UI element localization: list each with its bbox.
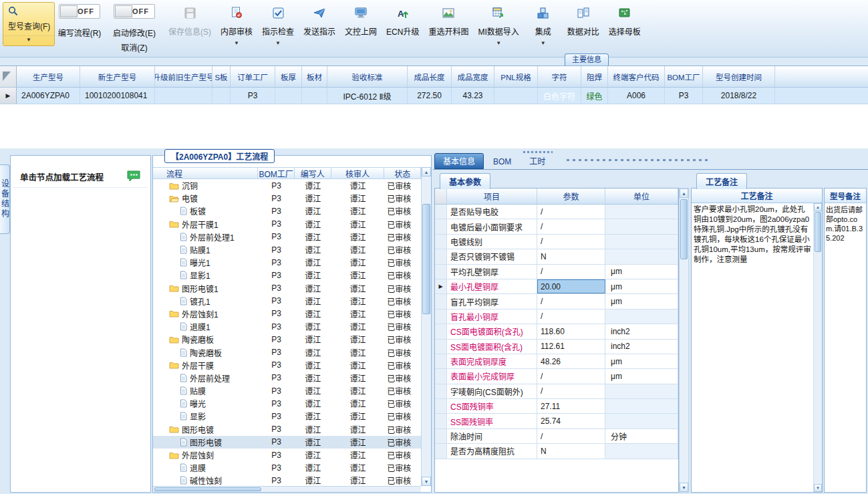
chevron-down-icon[interactable]: ▼ [496,41,501,46]
flow-tree-node[interactable]: 图形电镀1 [153,283,258,294]
param-row-selector[interactable] [435,235,447,249]
flow-column-header[interactable]: 编写人 [295,168,331,178]
grid-cell[interactable]: 绿色 [581,88,608,104]
scroll-up-icon[interactable]: ▲ [422,167,431,176]
grid-cell[interactable]: IPC-6012 Ⅱ级 [327,88,408,104]
tab-work-hours[interactable]: 工时 [521,153,554,169]
flow-tree-row[interactable]: 外层干膜1P3谭江谭江已审核 [153,218,421,231]
toolbar-button-9[interactable]: 集成▼ [524,0,563,46]
grid-cell[interactable] [302,88,327,104]
flow-tree-row[interactable]: 陶瓷磨板P3谭江谭江已审核 [153,333,421,346]
flow-tree-row[interactable]: 电镀P3谭江谭江已审核 [153,192,421,205]
flow-tree-row[interactable]: 外层蚀刻1P3谭江谭江已审核 [153,307,421,320]
flow-tree-node[interactable]: 外层干膜1 [153,219,258,230]
grid-cell[interactable] [212,88,231,104]
scrollbar-thumb[interactable] [422,204,430,314]
param-value-cell[interactable]: 118.60 [537,324,605,338]
param-row[interactable]: 是否为高精度阻抗N [435,444,678,459]
grid-cell[interactable] [494,88,538,104]
flow-tree-row[interactable]: 图形电镀1P3谭江谭江已审核 [153,282,421,295]
toolbar-button-6[interactable]: AECN升级 [382,0,424,37]
param-value-cell[interactable]: 27.11 [537,399,605,413]
param-value-cell[interactable]: / [537,219,605,233]
toolbar-button-4[interactable]: 发送指示 [299,0,340,37]
flow-tree-node[interactable]: 显影 [153,410,258,422]
flow-tree-node[interactable]: 退膜 [153,462,258,473]
scroll-up-icon[interactable]: ▲ [680,189,688,198]
grid-column-header[interactable]: 成品宽度 [452,66,494,87]
flow-tree-node[interactable]: 贴膜 [153,385,258,396]
param-row[interactable]: ▶最小孔壁铜厚20.00μm [435,279,678,294]
flow-tree-node[interactable]: 贴膜1 [153,244,258,255]
param-row[interactable]: 字唛朝向(CS面朝外)/ [435,384,678,399]
tab-device-structure[interactable]: 设备结构 [0,164,10,234]
param-row[interactable]: 表面最小完成铜厚/μm [435,369,678,384]
grid-row-selector[interactable]: ▶ [0,88,17,104]
toolbar-button-7[interactable]: 重选开料图 [424,0,473,37]
scrollbar-thumb[interactable] [154,487,261,491]
model-grid-row[interactable]: ▶2A006YZPA010010200108041P3IPC-6012 Ⅱ级27… [0,88,868,104]
flow-tree-row[interactable]: 板镀P3谭江谭江已审核 [153,205,421,217]
grid-column-header[interactable]: 升级前旧生产型号 [155,66,212,87]
params-column-header[interactable]: 单位 [605,189,678,204]
grid-cell[interactable]: 2A006YZPA0 [17,88,80,104]
grid-cell[interactable]: 10010200108041 [80,88,155,104]
grid-cell[interactable]: P3 [665,88,703,104]
chevron-down-icon[interactable]: ▼ [541,41,546,46]
grid-cell[interactable]: 272.50 [408,88,452,104]
flow-tree-row[interactable]: 贴膜1P3谭江谭江已审核 [153,243,421,256]
flow-vertical-scrollbar[interactable]: ▲ ▼ [421,167,431,486]
flow-tree-node[interactable]: 外层干膜 [153,360,258,371]
flow-tree-row[interactable]: 陶瓷磨板P3谭江谭江已审核 [153,346,421,358]
param-row-selector[interactable] [435,310,447,324]
scroll-down-icon[interactable]: ▼ [814,484,822,492]
grid-column-header[interactable]: 成品长度 [408,66,452,87]
tab-main-info[interactable]: 主要信息 [565,53,609,66]
param-row[interactable]: 盲孔最小铜厚/ [435,310,678,324]
tab-basic-params[interactable]: 基本参数 [440,173,490,189]
param-row-selector[interactable] [435,384,447,398]
toolbar-button-10[interactable]: 数据对比 [563,0,604,37]
flow-column-header[interactable]: BOM工厂 [258,168,295,178]
flow-tree-node[interactable]: 曝光1 [153,257,258,268]
flow-tree-node[interactable]: 图形电镀 [153,437,258,448]
param-value-cell[interactable]: / [537,294,605,308]
scrollbar-thumb[interactable] [815,212,821,252]
param-row-selector[interactable] [435,414,447,428]
grid-column-header[interactable]: 订单工厂 [231,66,275,87]
toolbar-button-1[interactable]: 保存信息(S) [164,0,216,37]
scroll-down-icon[interactable]: ▼ [680,483,688,492]
param-value-cell[interactable]: / [537,384,605,398]
param-row[interactable]: 电镀后最小面铜要求/ [435,219,678,234]
flow-tree-node[interactable]: 曝光 [153,398,258,409]
param-value-cell[interactable]: / [537,205,605,219]
grid-column-header[interactable]: S板 [212,66,231,87]
model-query-main[interactable]: 型号查询(F) [3,3,54,35]
chevron-down-icon[interactable]: ▼ [234,41,239,46]
scroll-down-icon[interactable]: ▼ [422,477,431,486]
flow-tree-row[interactable]: 镀孔1P3谭江谭江已审核 [153,295,421,307]
grid-cell[interactable]: 白色字符 [538,88,581,104]
param-row-selector[interactable] [435,354,447,368]
grid-column-header[interactable]: 阻焊 [581,66,608,87]
param-row-selector[interactable] [435,265,447,279]
flow-tree-row[interactable]: 图形电镀P3谭江谭江已审核 [153,436,421,449]
grid-column-header[interactable]: 生产型号 [17,66,80,87]
flow-tree-row[interactable]: 沉铜P3谭江谭江已审核 [153,179,421,192]
param-row-selector[interactable] [435,399,447,413]
toolbar-button-3[interactable]: 指示检查▼ [257,0,299,46]
params-select-all[interactable] [435,189,447,204]
tab-basic-info[interactable]: 基本信息 [434,153,484,169]
param-row[interactable]: 除油时间/分钟 [435,429,678,444]
param-value-cell[interactable]: 20.00 [537,279,605,293]
flow-tree-row[interactable]: 贴膜P3谭江谭江已审核 [153,384,421,397]
param-row-selector[interactable] [435,219,447,233]
grid-column-header[interactable]: 新生产型号 [80,66,155,87]
param-row-selector[interactable] [435,340,447,354]
splitter-handle-icon[interactable] [567,159,710,161]
grid-column-header[interactable]: 型号创建时间 [703,66,775,87]
param-row[interactable]: 是否贴导电胶/ [435,205,678,219]
grid-column-header[interactable]: 验收标准 [327,66,408,87]
flow-tree-row[interactable]: 碱性蚀刻P3谭江谭江已审核 [153,474,421,486]
grid-column-header[interactable]: PNL规格 [494,66,538,87]
